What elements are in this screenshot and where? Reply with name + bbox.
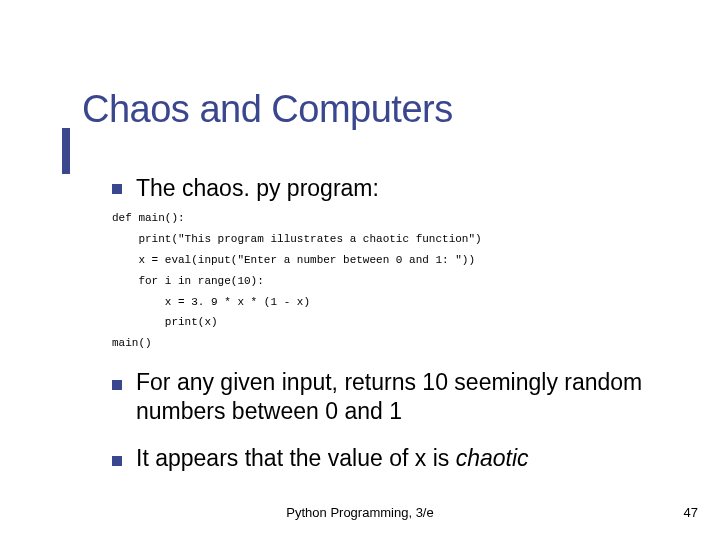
footer-book-title: Python Programming, 3/e [0,505,720,520]
code-block: def main(): print("This program illustra… [112,208,680,354]
bullet-item: The chaos. py program: [112,175,680,202]
accent-bar [62,128,70,174]
slide-body: The chaos. py program: def main(): print… [112,175,680,478]
bullet-text: The chaos. py program: [136,175,379,202]
page-number: 47 [684,505,698,520]
bullet-text: For any given input, returns 10 seemingl… [136,368,680,426]
slide-title: Chaos and Computers [82,88,453,131]
bullet-item: For any given input, returns 10 seemingl… [112,368,680,426]
bullet-text: It appears that the value of x is chaoti… [136,444,529,473]
square-bullet-icon [112,184,122,194]
bullet-text-italic: chaotic [456,445,529,471]
square-bullet-icon [112,456,122,466]
bullet-item: It appears that the value of x is chaoti… [112,444,680,473]
bullet-text-prefix: It appears that the value of x is [136,445,456,471]
slide: Chaos and Computers The chaos. py progra… [0,0,720,540]
square-bullet-icon [112,380,122,390]
